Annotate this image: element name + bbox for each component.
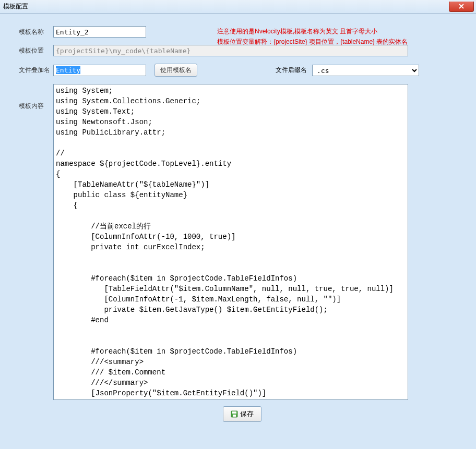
template-content-textarea[interactable]: using System; using System.Collections.G… <box>53 84 408 400</box>
file-overlay-value: Entity <box>56 66 80 74</box>
notice-line2: 模板位置变量解释：{projectSite} 项目位置，{tableName} … <box>217 37 408 47</box>
svg-rect-2 <box>233 415 236 417</box>
file-overlay-input[interactable]: Entity <box>53 65 146 76</box>
label-template-content: 模板内容 <box>19 84 53 111</box>
template-name-input[interactable] <box>53 26 146 38</box>
titlebar: 模板配置 <box>0 0 476 14</box>
window-title: 模板配置 <box>3 2 28 11</box>
notice-text: 注意使用的是Nvelocity模板,模板名称为英文 且首字母大小 模板位置变量解… <box>217 26 408 47</box>
footer: 保存 <box>19 406 466 422</box>
save-icon <box>231 410 238 418</box>
label-file-overlay: 文件叠加名 <box>19 66 53 75</box>
save-button-label: 保存 <box>240 409 254 419</box>
close-icon <box>458 3 465 9</box>
use-template-name-button[interactable]: 使用模板名 <box>154 64 197 77</box>
dialog-content: 注意使用的是Nvelocity模板,模板名称为英文 且首字母大小 模板位置变量解… <box>0 14 476 427</box>
label-template-name: 模板名称 <box>19 28 53 37</box>
row-file-overlay: 文件叠加名 Entity 使用模板名 文件后缀名 .cs <box>19 64 466 77</box>
code-text: using System; using System.Collections.G… <box>54 84 408 399</box>
label-template-path: 模板位置 <box>19 46 53 55</box>
close-button[interactable] <box>449 2 474 12</box>
code-area: 模板内容 using System; using System.Collecti… <box>19 84 466 400</box>
file-ext-select[interactable]: .cs <box>312 65 419 76</box>
label-file-ext: 文件后缀名 <box>276 66 307 75</box>
ext-group: 文件后缀名 .cs <box>276 65 419 76</box>
svg-rect-1 <box>232 411 236 414</box>
save-button[interactable]: 保存 <box>223 406 261 422</box>
notice-line1: 注意使用的是Nvelocity模板,模板名称为英文 且首字母大小 <box>217 26 408 37</box>
